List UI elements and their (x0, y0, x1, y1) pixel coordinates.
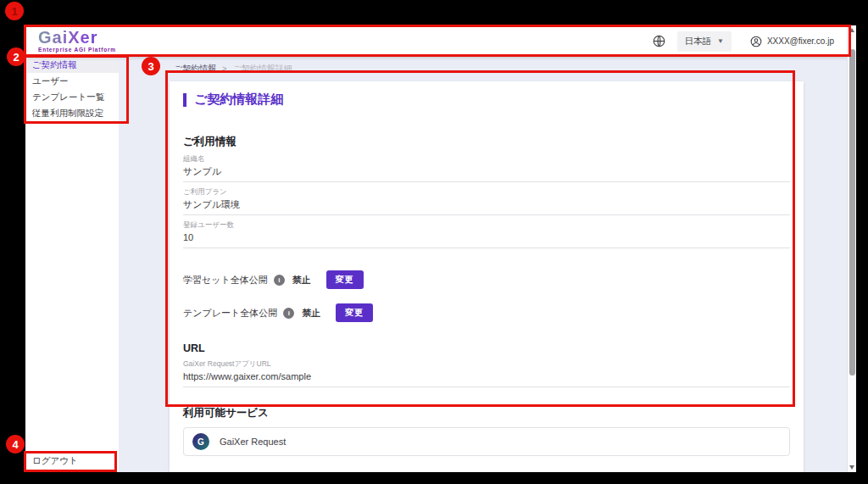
info-icon[interactable]: i (274, 275, 285, 286)
field-label: 登録ユーザー数 (183, 220, 790, 230)
service-name: GaiXer Request (220, 437, 286, 447)
title-accent-bar (183, 93, 186, 107)
sidebar-item-users[interactable]: ユーザー (25, 73, 119, 89)
language-select[interactable]: 日本語 ▼ (677, 31, 732, 52)
sidebar-item-usage-limit[interactable]: 従量利用制限設定 (25, 105, 119, 121)
change-template-button[interactable]: 変更 (336, 303, 373, 322)
field-value: サンプル環境 (183, 198, 790, 211)
logo-subtitle: Enterprise AGI Platform (38, 47, 116, 53)
field-label: GaiXer RequestアプリURL (183, 359, 790, 369)
field-value: サンプル (183, 165, 790, 178)
field-label: 組織名 (183, 154, 790, 164)
gaixer-logo[interactable]: GaiXer Enterprise AGI Platform (38, 29, 116, 53)
page-scrollbar[interactable] (847, 25, 856, 472)
logout-button[interactable]: ログアウト (25, 452, 119, 470)
globe-icon[interactable] (653, 35, 665, 47)
annotation-circle-4: 4 (6, 435, 25, 453)
field-registered-users: 登録ユーザー数 10 (183, 220, 790, 248)
status-value: 禁止 (292, 274, 311, 287)
gaixer-request-icon: G (192, 433, 209, 450)
status-value: 禁止 (302, 307, 320, 320)
field-value: https://www.gaixer.com/sample (183, 370, 790, 383)
content-area: ご契約情報 > ご契約情報詳細 ご契約情報詳細 ご利用情報 組織名 サンプル ご… (119, 57, 856, 472)
caret-down-icon: ▼ (717, 37, 724, 45)
toggle-label: 学習セット全体公開 (183, 274, 268, 287)
person-icon (750, 36, 762, 47)
breadcrumb-separator: > (222, 64, 226, 73)
field-organization-name: 組織名 サンプル (183, 154, 790, 182)
breadcrumb-contract-detail: ご契約情報詳細 (233, 63, 292, 75)
user-menu[interactable]: XXXX@fixer.co.jp (750, 36, 834, 47)
services-section-heading: 利用可能サービス (183, 406, 790, 420)
field-label: ご利用プラン (183, 187, 790, 197)
screenshot-frame: GaiXer Enterprise AGI Platform 日本語 ▼ (0, 0, 868, 484)
breadcrumb-contract-info[interactable]: ご契約情報 (174, 63, 216, 75)
contract-detail-card: ご契約情報詳細 ご利用情報 組織名 サンプル ご利用プラン サンプル環境 登録ユ… (170, 81, 804, 472)
learning-set-publish-row: 学習セット全体公開 i 禁止 変更 (183, 270, 790, 289)
scroll-up-icon[interactable] (849, 28, 854, 32)
change-learning-set-button[interactable]: 変更 (326, 270, 364, 289)
app-window: GaiXer Enterprise AGI Platform 日本語 ▼ (25, 25, 856, 472)
user-email: XXXX@fixer.co.jp (767, 36, 834, 46)
field-plan: ご利用プラン サンプル環境 (183, 187, 790, 215)
sidebar-item-contract-info[interactable]: ご契約情報 (25, 57, 119, 73)
logo-text: GaiXer (38, 29, 116, 46)
page-title: ご契約情報詳細 (183, 92, 790, 108)
template-publish-row: テンプレート全体公開 i 禁止 変更 (183, 303, 790, 322)
scrollbar-thumb[interactable] (849, 49, 855, 376)
sidebar-item-template-list[interactable]: テンプレート一覧 (25, 89, 119, 105)
scroll-down-icon[interactable] (849, 465, 854, 470)
usage-section-heading: ご利用情報 (183, 135, 790, 149)
field-request-app-url: GaiXer RequestアプリURL https://www.gaixer.… (183, 359, 790, 387)
language-select-value: 日本語 (685, 36, 712, 47)
annotation-circle-1: 1 (5, 2, 24, 20)
sidebar: ご契約情報 ユーザー テンプレート一覧 従量利用制限設定 ログアウト (25, 57, 119, 472)
annotation-circle-2: 2 (7, 47, 25, 66)
toggle-label: テンプレート全体公開 (183, 307, 277, 320)
info-icon[interactable]: i (283, 308, 294, 319)
field-value: 10 (183, 231, 790, 244)
breadcrumb: ご契約情報 > ご契約情報詳細 (119, 57, 856, 75)
service-item-gaixer-request[interactable]: G GaiXer Request (183, 427, 790, 456)
app-header: GaiXer Enterprise AGI Platform 日本語 ▼ (25, 25, 856, 57)
url-section-heading: URL (183, 342, 790, 354)
